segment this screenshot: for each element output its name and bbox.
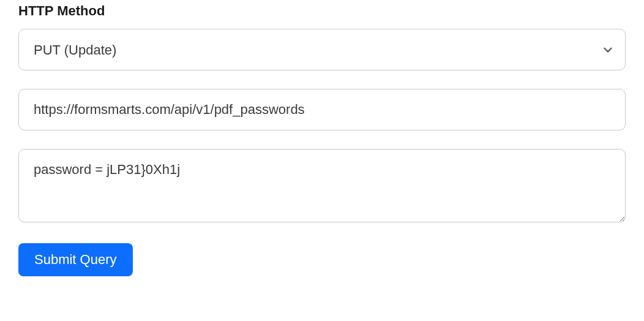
request-body-textarea[interactable]: password = jLP31}0Xh1j: [18, 149, 626, 222]
http-method-label: HTTP Method: [18, 3, 626, 19]
http-method-select[interactable]: PUT (Update): [18, 29, 626, 70]
submit-query-button[interactable]: Submit Query: [18, 243, 133, 276]
http-method-select-wrapper: PUT (Update): [18, 29, 626, 70]
form-container: HTTP Method PUT (Update) password = jLP3…: [0, 3, 644, 276]
url-input[interactable]: [18, 89, 626, 130]
